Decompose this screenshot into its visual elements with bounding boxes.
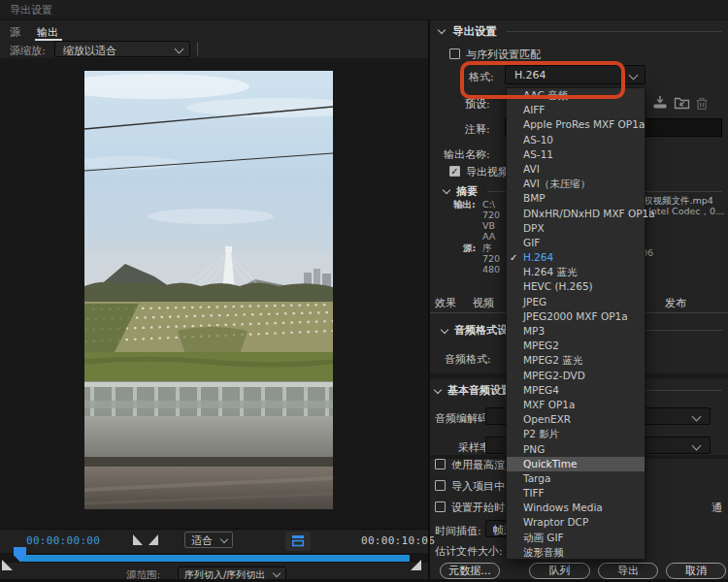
format-option[interactable]: Windows Media bbox=[507, 501, 645, 515]
summary-output-label: 输出: bbox=[453, 199, 476, 211]
format-option[interactable]: DPX bbox=[507, 221, 645, 236]
format-option[interactable]: AVI（未压缩） bbox=[507, 177, 645, 191]
time-interpolation-label: 时间插值: bbox=[435, 524, 481, 538]
export-button[interactable]: 导出 bbox=[598, 563, 658, 579]
section-rule bbox=[507, 31, 722, 32]
chevron-down-icon bbox=[692, 441, 702, 451]
collapse-chevron-icon[interactable] bbox=[438, 26, 446, 34]
collapse-chevron-icon[interactable] bbox=[441, 326, 448, 334]
current-timecode[interactable]: 00:00:00:00 bbox=[26, 534, 100, 547]
summary-fragment: AA bbox=[482, 231, 495, 242]
format-option[interactable]: JPEG2000 MXF OP1a bbox=[507, 309, 645, 324]
collapse-chevron-icon[interactable] bbox=[434, 386, 442, 394]
cancel-button[interactable]: 取消 bbox=[666, 563, 726, 579]
source-range-icon-button[interactable] bbox=[285, 532, 311, 551]
export-video-label: 导出视频 bbox=[466, 165, 509, 179]
delete-preset-icon[interactable] bbox=[695, 96, 709, 111]
export-settings-header: 导出设置 bbox=[452, 24, 497, 39]
format-option[interactable]: MPEG2 蓝光 bbox=[507, 353, 645, 368]
estimated-size-label: 估计文件大小: bbox=[435, 544, 503, 559]
format-option[interactable]: GIF bbox=[507, 236, 645, 250]
format-option[interactable]: ✓H.264 bbox=[507, 250, 645, 265]
format-option[interactable]: JPEG bbox=[507, 295, 645, 309]
format-option[interactable]: MPEG2-DVD bbox=[507, 369, 645, 383]
tab-effects[interactable]: 效果 bbox=[435, 296, 456, 310]
timeline-right-handle[interactable] bbox=[411, 560, 421, 570]
zoom-fit-dropdown[interactable]: 适合 bbox=[184, 532, 233, 548]
preset-label: 预设: bbox=[465, 97, 490, 112]
format-option[interactable]: HEVC (H.265) bbox=[507, 279, 645, 294]
format-option[interactable]: Targa bbox=[507, 471, 645, 486]
timeline-range-bar[interactable] bbox=[19, 555, 410, 562]
summary-fragment: 720 bbox=[482, 253, 500, 264]
channel-text-fragment: 通 bbox=[711, 501, 722, 515]
duration-timecode: 00:00:10:06 bbox=[361, 534, 435, 547]
metadata-button[interactable]: 元数据... bbox=[440, 563, 500, 579]
save-preset-icon[interactable] bbox=[652, 95, 668, 110]
import-preset-icon[interactable] bbox=[674, 96, 691, 110]
format-option[interactable]: P2 影片 bbox=[507, 427, 645, 441]
set-start-timecode-checkbox[interactable] bbox=[435, 501, 446, 512]
format-option[interactable]: AS-10 bbox=[507, 133, 645, 147]
import-into-project-checkbox[interactable] bbox=[435, 480, 446, 491]
queue-button[interactable]: 队列 bbox=[529, 563, 590, 579]
mark-in-icon[interactable] bbox=[133, 534, 143, 545]
format-option[interactable]: MPEG2 bbox=[507, 339, 645, 353]
source-scale-dropdown[interactable]: 缩放以适合 bbox=[54, 41, 190, 57]
tab-publish[interactable]: 发布 bbox=[665, 296, 686, 310]
source-scale-value: 缩放以适合 bbox=[63, 44, 116, 58]
summary-header: 摘要 bbox=[456, 184, 478, 199]
video-preview bbox=[84, 71, 333, 509]
tab-video[interactable]: 视频 bbox=[473, 296, 494, 310]
format-option[interactable]: MPEG4 bbox=[507, 383, 645, 398]
timeline-left-handle[interactable] bbox=[2, 560, 13, 570]
format-option[interactable]: Wraptor DCP bbox=[507, 515, 645, 530]
output-name-label: 输出名称: bbox=[444, 147, 490, 162]
format-option[interactable]: MXF OP1a bbox=[507, 398, 645, 412]
format-option[interactable]: PNG bbox=[507, 442, 645, 457]
tab-output[interactable]: 输出 bbox=[37, 25, 58, 40]
zoom-fit-value: 适合 bbox=[191, 534, 213, 548]
format-option[interactable]: DNxHR/DNxHD MXF OP1a bbox=[507, 207, 645, 221]
mark-out-icon[interactable] bbox=[149, 534, 158, 545]
format-option[interactable]: AIFF bbox=[507, 103, 645, 117]
match-sequence-label: 与序列设置匹配 bbox=[466, 48, 541, 62]
summary-fragment: Intel Codec，0... bbox=[648, 206, 724, 218]
chevron-down-icon bbox=[175, 45, 184, 54]
summary-fragment: VB bbox=[482, 220, 495, 231]
title-bar bbox=[0, 0, 728, 20]
basic-audio-section-header: 基本音频设置 bbox=[447, 383, 512, 398]
tab-source[interactable]: 源 bbox=[10, 25, 20, 40]
source-range-icon bbox=[290, 534, 306, 547]
format-option[interactable]: H.264 蓝光 bbox=[507, 265, 645, 279]
max-render-quality-checkbox[interactable] bbox=[435, 459, 446, 469]
export-settings-dialog: 导出设置 源 输出 源缩放: 缩放以适合 bbox=[0, 0, 728, 582]
format-option[interactable]: 动画 GIF bbox=[507, 531, 645, 545]
match-sequence-checkbox[interactable] bbox=[449, 48, 460, 59]
import-into-project-label: 导入项目中 bbox=[451, 479, 505, 494]
format-option[interactable]: Apple ProRes MXF OP1a bbox=[507, 117, 645, 132]
chevron-down-icon bbox=[629, 71, 639, 81]
format-option[interactable]: OpenEXR bbox=[507, 412, 645, 427]
chevron-down-icon bbox=[220, 535, 228, 543]
format-option[interactable]: BMP bbox=[507, 191, 645, 206]
collapse-chevron-icon[interactable] bbox=[443, 186, 450, 194]
toolbar-divider bbox=[197, 43, 198, 55]
export-video-checkbox[interactable]: ✓ bbox=[449, 166, 460, 177]
format-option[interactable]: 波形音频 bbox=[507, 545, 645, 560]
source-scale-label: 源缩放: bbox=[10, 44, 46, 58]
chevron-down-icon bbox=[692, 412, 702, 422]
format-option[interactable]: AVI bbox=[507, 162, 645, 177]
format-option[interactable]: AS-11 bbox=[507, 147, 645, 162]
format-option[interactable]: QuickTime bbox=[507, 457, 645, 471]
format-option[interactable]: TIFF bbox=[507, 486, 645, 501]
summary-fragment: 720 bbox=[482, 210, 500, 220]
audio-format-label: 音频格式: bbox=[445, 352, 491, 367]
annotation-highlight-box bbox=[460, 61, 625, 99]
chevron-down-icon bbox=[273, 569, 281, 577]
format-dropdown-list: AAC 音频AIFFApple ProRes MXF OP1aAS-10AS-1… bbox=[506, 87, 645, 560]
summary-source-label: 源: bbox=[463, 242, 476, 255]
checkmark-icon: ✓ bbox=[510, 250, 517, 265]
window-title: 导出设置 bbox=[10, 3, 52, 17]
format-option[interactable]: MP3 bbox=[507, 324, 645, 339]
